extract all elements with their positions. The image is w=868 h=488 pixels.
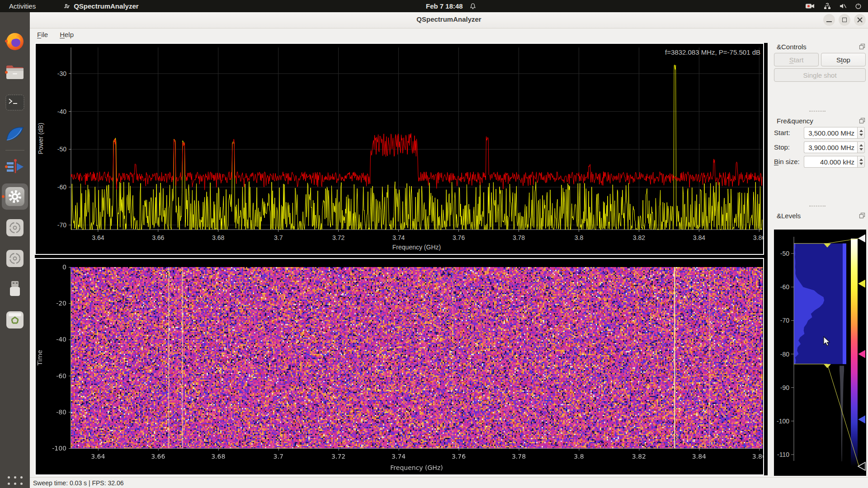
status-text: Sweep time: 0.03 s | FPS: 32.06 (33, 479, 124, 487)
levels-histogram-widget[interactable]: -50-60-70-80-90-100-110 (774, 230, 866, 476)
panel-drag-handle[interactable] (809, 206, 826, 206)
svg-text:3.86: 3.86 (753, 234, 764, 241)
title-bar: QSpectrumAnalyzer (30, 12, 868, 28)
window-title: QSpectrumAnalyzer (30, 15, 868, 23)
dock-disc-2-icon[interactable] (4, 248, 26, 269)
running-indicator (5, 40, 8, 42)
close-button[interactable] (854, 14, 866, 26)
svg-text:f=3832.083 MHz, P=-75.501 dB: f=3832.083 MHz, P=-75.501 dB (665, 48, 760, 56)
single-shot-button[interactable]: Single shot (774, 68, 866, 82)
svg-text:3.74: 3.74 (392, 234, 405, 241)
show-applications-button[interactable] (5, 474, 24, 488)
float-panel-icon[interactable] (859, 212, 865, 219)
spectrum-plot[interactable]: -30-40-50-60-703.643.663.683.73.723.743.… (35, 43, 764, 255)
system-tray[interactable] (805, 0, 862, 12)
svg-text:-70: -70 (780, 317, 789, 324)
svg-text:-110: -110 (777, 451, 789, 458)
dock-wireshark-icon[interactable] (4, 123, 26, 145)
levels-section-title: &Levels (777, 212, 801, 220)
dock (0, 12, 30, 488)
activities-button[interactable]: Activities (9, 2, 36, 10)
svg-text:3.78: 3.78 (513, 234, 525, 241)
usb-drive-icon (7, 280, 23, 298)
svg-text:3.76: 3.76 (453, 234, 465, 241)
start-button[interactable]: Start (774, 53, 819, 66)
svg-text:-90: -90 (780, 384, 789, 391)
power-icon (855, 3, 862, 9)
svg-text:3.72: 3.72 (332, 234, 344, 241)
svg-text:-50: -50 (57, 145, 66, 153)
svg-text:3.84: 3.84 (693, 234, 705, 241)
status-bar: Sweep time: 0.03 s | FPS: 32.06 (30, 477, 868, 488)
notification-bell-icon (469, 3, 476, 10)
minimize-button[interactable] (823, 14, 835, 26)
svg-text:3.68: 3.68 (212, 234, 224, 241)
svg-text:-100: -100 (777, 418, 789, 425)
svg-text:Power (dB): Power (dB) (37, 122, 44, 154)
plot-area: -30-40-50-60-703.643.663.683.73.723.743.… (35, 43, 768, 475)
svg-text:Frequency (GHz): Frequency (GHz) (392, 244, 441, 251)
svg-text:-50: -50 (780, 250, 789, 257)
dock-qspectrumanalyzer-icon[interactable] (4, 156, 26, 178)
svg-text:3.64: 3.64 (92, 234, 104, 241)
bin-size-spinner[interactable] (857, 156, 865, 168)
disc-icon (5, 249, 24, 268)
svg-text:-70: -70 (57, 221, 66, 229)
qspectrumanalyzer-icon (5, 157, 25, 177)
restore-button[interactable] (839, 14, 850, 26)
running-indicator (5, 165, 8, 168)
bin-size-input[interactable]: 40.000 kHz (804, 156, 858, 168)
terminal-icon (5, 94, 24, 111)
panel-drag-handle[interactable] (809, 111, 826, 112)
freq-stop-label: Stop: (774, 143, 790, 151)
dock-files-icon[interactable] (4, 61, 26, 83)
svg-text:-60: -60 (780, 283, 789, 291)
float-panel-icon[interactable] (859, 117, 865, 124)
svg-text:-80: -80 (780, 351, 789, 358)
files-folder-icon (5, 64, 24, 80)
dock-terminal-icon[interactable] (4, 92, 26, 113)
freq-start-label: Start: (774, 129, 790, 136)
menu-file[interactable]: File (33, 29, 52, 40)
screen-record-icon (805, 3, 815, 9)
focused-app-menu[interactable]: QSpectrumAnalyzer (64, 2, 138, 10)
clock[interactable]: Feb 7 18:48 (426, 0, 476, 12)
svg-text:-30: -30 (57, 70, 66, 77)
controls-section-title: &Controls (777, 43, 807, 51)
gear-icon (5, 186, 25, 207)
freq-stop-spinner[interactable] (857, 141, 865, 153)
top-bar: Activities QSpectrumAnalyzer Feb 7 18:48 (0, 0, 868, 12)
svg-text:3.8: 3.8 (575, 234, 584, 241)
qspectrumanalyzer-window: QSpectrumAnalyzer File Help -30-40-50-60… (30, 12, 868, 488)
disc-icon (5, 218, 24, 237)
svg-text:3.7: 3.7 (274, 234, 283, 241)
qspectrumanalyzer-app-icon (64, 3, 71, 9)
network-question-icon (823, 3, 831, 10)
menu-bar: File Help (30, 28, 868, 40)
freq-start-spinner[interactable] (857, 127, 865, 139)
dock-usb-drive-icon[interactable] (4, 278, 26, 300)
bin-size-label: Bin size: (774, 158, 800, 165)
running-indicator (2, 195, 5, 198)
right-panel: &Controls Start Stop Single shot Fre&que… (769, 40, 868, 479)
dock-disc-1-icon[interactable] (4, 217, 26, 239)
float-panel-icon[interactable] (859, 43, 865, 50)
frequency-section-title: Fre&quency (777, 117, 813, 125)
svg-text:3.66: 3.66 (152, 234, 164, 241)
running-indicator (5, 71, 8, 74)
freq-stop-input[interactable]: 3,900.000 MHz (804, 141, 858, 153)
menu-help[interactable]: Help (55, 29, 78, 40)
wireshark-icon (5, 125, 25, 143)
dock-separator (5, 150, 24, 150)
firefox-icon (5, 31, 25, 51)
stop-button[interactable]: Stop (821, 53, 866, 66)
svg-text:-40: -40 (57, 108, 66, 115)
dock-settings-icon[interactable] (4, 186, 26, 207)
waterfall-plot[interactable] (35, 258, 764, 475)
trash-icon (5, 310, 24, 329)
freq-start-input[interactable]: 3,500.000 MHz (804, 127, 858, 139)
svg-text:-60: -60 (57, 183, 66, 191)
dock-trash-icon[interactable] (4, 309, 26, 331)
dock-firefox-icon[interactable] (4, 30, 26, 52)
svg-text:3.82: 3.82 (633, 234, 645, 241)
